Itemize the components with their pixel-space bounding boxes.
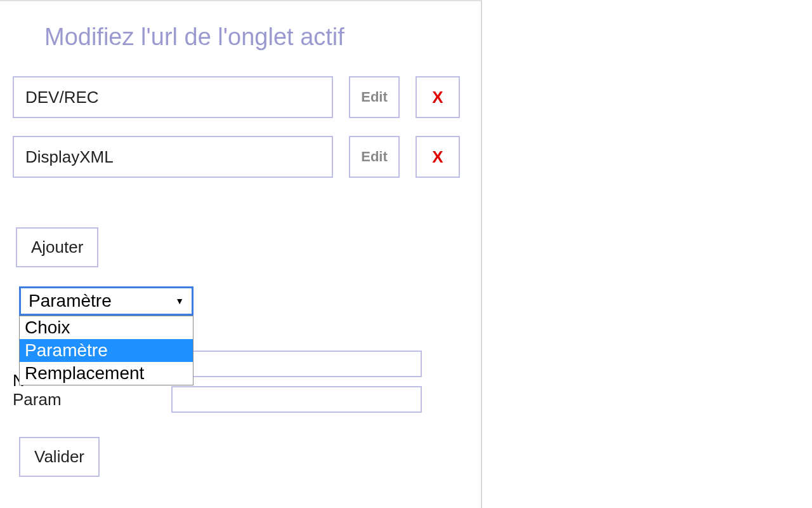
type-select-wrapper: Paramètre ▼ Choix Paramètre Remplacement: [19, 286, 193, 316]
add-button[interactable]: Ajouter: [16, 227, 98, 267]
type-select-dropdown: Choix Paramètre Remplacement: [19, 316, 193, 385]
chevron-down-icon: ▼: [175, 296, 184, 306]
page-title: Modifiez l'url de l'onglet actif: [44, 23, 468, 51]
type-select-value: Paramètre: [29, 291, 112, 311]
entry-row-0: Edit X: [13, 76, 468, 118]
dropdown-option-remplacement[interactable]: Remplacement: [20, 362, 193, 385]
edit-button-1[interactable]: Edit: [349, 136, 400, 178]
entry-input-1[interactable]: [13, 136, 333, 178]
form-row-param: Param: [13, 386, 468, 413]
dropdown-option-parametre[interactable]: Paramètre: [20, 339, 193, 362]
edit-button-0[interactable]: Edit: [349, 76, 400, 118]
name-input[interactable]: [171, 351, 422, 377]
param-label: Param: [13, 390, 171, 410]
param-input[interactable]: [171, 386, 422, 413]
delete-button-1[interactable]: X: [416, 136, 460, 178]
validate-button[interactable]: Valider: [19, 437, 100, 477]
entry-input-0[interactable]: [13, 76, 333, 118]
dropdown-option-choix[interactable]: Choix: [20, 316, 193, 339]
main-panel: Modifiez l'url de l'onglet actif Edit X …: [0, 0, 482, 508]
type-select[interactable]: Paramètre ▼: [19, 286, 193, 316]
delete-button-0[interactable]: X: [416, 76, 460, 118]
entry-row-1: Edit X: [13, 136, 468, 178]
